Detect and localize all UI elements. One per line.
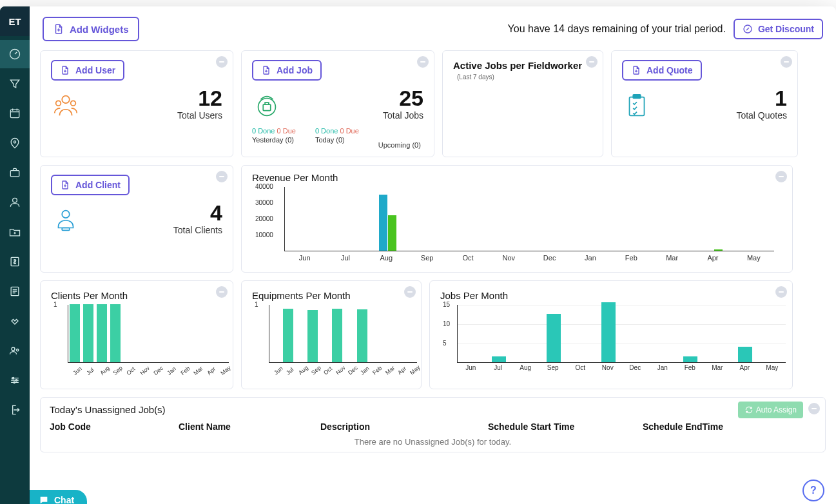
card-clients-remove[interactable] (216, 171, 228, 182)
nav-settings[interactable] (0, 366, 30, 394)
add-job-button[interactable]: Add Job (252, 60, 322, 81)
get-discount-label: Get Discount (758, 24, 814, 34)
revenue-chart: 10000200003000040000JunJulAugSepOctNovDe… (252, 187, 782, 264)
chat-button[interactable]: Chat (30, 490, 87, 504)
card-quotes-remove[interactable] (781, 56, 792, 68)
add-file-icon (60, 65, 70, 75)
auto-assign-label: Auto Assign (756, 405, 797, 414)
svg-point-13 (62, 96, 70, 104)
add-user-button[interactable]: Add User (51, 60, 124, 81)
add-file-icon (631, 65, 641, 75)
person-icon (8, 196, 21, 209)
nav-dashboard[interactable] (0, 40, 30, 68)
nav-calendar[interactable] (0, 99, 30, 128)
add-client-button[interactable]: Add Client (51, 175, 130, 195)
folder-plus-icon (8, 226, 21, 238)
clients-chart: 1JunJulAugSepOctNovDecJanFebMarAprMay (51, 305, 222, 381)
col-end: Schedule EndTime (643, 422, 772, 432)
svg-point-7 (12, 347, 15, 351)
map-pin-icon (8, 137, 21, 150)
nav-map[interactable] (0, 129, 30, 157)
svg-point-20 (62, 211, 70, 218)
col-description: Description (320, 422, 488, 432)
team-icon (8, 344, 21, 357)
card-clients-month-remove[interactable] (216, 286, 228, 298)
unassigned-columns: Job Code Client Name Description Schedul… (50, 422, 816, 432)
briefcase-icon (8, 166, 21, 179)
card-users: Add User 12 Total Users (40, 50, 233, 157)
add-job-label: Add Job (277, 65, 313, 75)
svg-rect-18 (630, 97, 645, 116)
help-button[interactable]: ? (802, 480, 824, 501)
nav-invoices[interactable] (0, 247, 30, 276)
quotes-label: Total Quotes (736, 110, 787, 121)
col-client-name: Client Name (179, 422, 320, 432)
clients-value: 4 (173, 202, 222, 224)
equip-title: Equipments Per Month (252, 290, 411, 301)
card-revenue-remove[interactable] (775, 171, 787, 182)
card-unassigned: Auto Assign Today's Unassigned Job(s) Jo… (40, 397, 826, 452)
main: Add Widgets You have 14 days remaining o… (30, 6, 836, 504)
nav-folder[interactable] (0, 218, 30, 246)
job-icon (252, 91, 282, 121)
card-users-remove[interactable] (216, 56, 228, 68)
card-clients: Add Client 4 Total Clients (40, 165, 233, 273)
today-label: Today (0) (315, 136, 359, 144)
nav-partners[interactable] (0, 307, 30, 335)
upcoming-label: Upcoming (0) (378, 141, 421, 149)
list-icon (8, 285, 21, 298)
clients-label: Total Clients (173, 225, 222, 235)
add-client-label: Add Client (75, 180, 121, 190)
handshake-icon (8, 315, 21, 327)
yesterday-due: 0 Due (277, 127, 296, 135)
revenue-title: Revenue Per Month (252, 172, 782, 183)
svg-point-15 (71, 101, 76, 106)
jobs-value: 25 (383, 87, 423, 109)
card-active-remove[interactable] (586, 56, 598, 68)
svg-point-4 (13, 198, 17, 202)
nav-jobs[interactable] (0, 159, 30, 187)
add-quote-button[interactable]: Add Quote (622, 60, 702, 81)
auto-assign-button[interactable]: Auto Assign (738, 402, 803, 418)
jobs-month-title: Jobs Per Month (440, 290, 782, 301)
svg-rect-21 (62, 228, 70, 231)
calendar-icon (8, 107, 21, 120)
logout-icon (8, 403, 21, 416)
jobs-label: Total Jobs (383, 110, 423, 121)
topbar: Add Widgets You have 14 days remaining o… (30, 6, 836, 45)
get-discount-button[interactable]: Get Discount (734, 19, 823, 39)
users-label: Total Users (177, 110, 222, 121)
quotes-value: 1 (736, 87, 787, 109)
sidebar: ET (0, 6, 30, 504)
users-value: 12 (177, 87, 222, 109)
nav-reports[interactable] (0, 277, 30, 305)
today-due: 0 Due (340, 127, 358, 135)
card-active-jobs: Active Jobs per Fieldworker (Last 7 days… (442, 50, 603, 157)
card-clients-month: Clients Per Month 1JunJulAugSepOctNovDec… (40, 280, 233, 389)
equipments-chart: 1JunJulAugSepOctNovDecJanFebMarAprMay (252, 305, 411, 381)
card-jobs-remove[interactable] (417, 56, 429, 68)
add-widgets-button[interactable]: Add Widgets (43, 17, 139, 41)
nav-users[interactable] (0, 188, 30, 217)
add-widgets-label: Add Widgets (70, 24, 129, 35)
card-jobs-month: Jobs Per Month 51015JunJulAugSepOctNovDe… (429, 280, 793, 389)
nav-logout[interactable] (0, 396, 30, 424)
add-user-label: Add User (75, 65, 115, 75)
card-jobs-month-remove[interactable] (775, 286, 787, 298)
add-file-icon (261, 65, 271, 75)
active-jobs-title: Active Jobs per Fieldworker (453, 60, 592, 71)
card-revenue: Revenue Per Month 10000200003000040000Ju… (241, 165, 793, 273)
nav-leads[interactable] (0, 70, 30, 98)
card-unassigned-remove[interactable] (808, 403, 820, 414)
logo: ET (0, 6, 30, 36)
chat-icon (39, 495, 49, 504)
svg-point-16 (258, 99, 276, 116)
gauge-icon (8, 48, 21, 61)
card-equipments-month: Equipments Per Month 1JunJulAugSepOctNov… (241, 280, 422, 389)
card-equip-remove[interactable] (404, 286, 416, 298)
nav-team[interactable] (0, 336, 30, 365)
svg-point-14 (56, 101, 61, 106)
card-jobs: Add Job 25 Total Jobs 0 Done 0 Due Yeste… (241, 50, 434, 157)
col-job-code: Job Code (50, 422, 179, 432)
svg-rect-1 (10, 110, 19, 118)
